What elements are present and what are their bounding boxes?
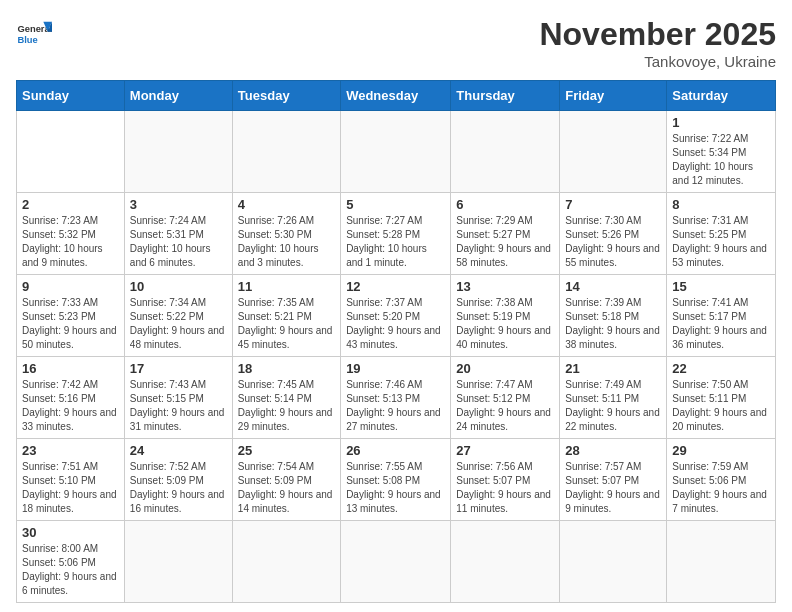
day-info: Sunrise: 7:30 AM Sunset: 5:26 PM Dayligh…	[565, 214, 661, 270]
calendar-cell: 29Sunrise: 7:59 AM Sunset: 5:06 PM Dayli…	[667, 439, 776, 521]
calendar-cell	[232, 521, 340, 603]
day-number: 27	[456, 443, 554, 458]
day-info: Sunrise: 7:56 AM Sunset: 5:07 PM Dayligh…	[456, 460, 554, 516]
day-number: 22	[672, 361, 770, 376]
calendar-cell: 2Sunrise: 7:23 AM Sunset: 5:32 PM Daylig…	[17, 193, 125, 275]
day-number: 13	[456, 279, 554, 294]
calendar-week-row: 16Sunrise: 7:42 AM Sunset: 5:16 PM Dayli…	[17, 357, 776, 439]
day-info: Sunrise: 7:54 AM Sunset: 5:09 PM Dayligh…	[238, 460, 335, 516]
day-number: 21	[565, 361, 661, 376]
month-title: November 2025	[539, 16, 776, 53]
title-area: November 2025 Tankovoye, Ukraine	[539, 16, 776, 70]
day-number: 16	[22, 361, 119, 376]
calendar-cell: 1Sunrise: 7:22 AM Sunset: 5:34 PM Daylig…	[667, 111, 776, 193]
day-number: 29	[672, 443, 770, 458]
day-info: Sunrise: 7:39 AM Sunset: 5:18 PM Dayligh…	[565, 296, 661, 352]
calendar-cell: 8Sunrise: 7:31 AM Sunset: 5:25 PM Daylig…	[667, 193, 776, 275]
calendar-header-row: SundayMondayTuesdayWednesdayThursdayFrid…	[17, 81, 776, 111]
day-info: Sunrise: 7:29 AM Sunset: 5:27 PM Dayligh…	[456, 214, 554, 270]
calendar-cell: 10Sunrise: 7:34 AM Sunset: 5:22 PM Dayli…	[124, 275, 232, 357]
calendar-cell	[451, 111, 560, 193]
day-number: 23	[22, 443, 119, 458]
calendar-week-row: 1Sunrise: 7:22 AM Sunset: 5:34 PM Daylig…	[17, 111, 776, 193]
day-number: 14	[565, 279, 661, 294]
day-info: Sunrise: 7:23 AM Sunset: 5:32 PM Dayligh…	[22, 214, 119, 270]
day-info: Sunrise: 7:26 AM Sunset: 5:30 PM Dayligh…	[238, 214, 335, 270]
calendar-cell: 3Sunrise: 7:24 AM Sunset: 5:31 PM Daylig…	[124, 193, 232, 275]
day-info: Sunrise: 7:59 AM Sunset: 5:06 PM Dayligh…	[672, 460, 770, 516]
day-info: Sunrise: 7:42 AM Sunset: 5:16 PM Dayligh…	[22, 378, 119, 434]
day-info: Sunrise: 7:34 AM Sunset: 5:22 PM Dayligh…	[130, 296, 227, 352]
day-number: 10	[130, 279, 227, 294]
calendar-cell: 17Sunrise: 7:43 AM Sunset: 5:15 PM Dayli…	[124, 357, 232, 439]
day-number: 24	[130, 443, 227, 458]
calendar-cell: 18Sunrise: 7:45 AM Sunset: 5:14 PM Dayli…	[232, 357, 340, 439]
day-info: Sunrise: 7:22 AM Sunset: 5:34 PM Dayligh…	[672, 132, 770, 188]
day-number: 9	[22, 279, 119, 294]
calendar-cell: 23Sunrise: 7:51 AM Sunset: 5:10 PM Dayli…	[17, 439, 125, 521]
calendar-cell: 14Sunrise: 7:39 AM Sunset: 5:18 PM Dayli…	[560, 275, 667, 357]
calendar-cell: 20Sunrise: 7:47 AM Sunset: 5:12 PM Dayli…	[451, 357, 560, 439]
day-info: Sunrise: 7:37 AM Sunset: 5:20 PM Dayligh…	[346, 296, 445, 352]
day-info: Sunrise: 7:31 AM Sunset: 5:25 PM Dayligh…	[672, 214, 770, 270]
calendar-cell	[667, 521, 776, 603]
day-number: 26	[346, 443, 445, 458]
day-number: 17	[130, 361, 227, 376]
calendar-cell: 15Sunrise: 7:41 AM Sunset: 5:17 PM Dayli…	[667, 275, 776, 357]
day-number: 2	[22, 197, 119, 212]
calendar-cell: 12Sunrise: 7:37 AM Sunset: 5:20 PM Dayli…	[341, 275, 451, 357]
calendar-cell: 4Sunrise: 7:26 AM Sunset: 5:30 PM Daylig…	[232, 193, 340, 275]
day-number: 5	[346, 197, 445, 212]
calendar-cell: 21Sunrise: 7:49 AM Sunset: 5:11 PM Dayli…	[560, 357, 667, 439]
day-info: Sunrise: 7:38 AM Sunset: 5:19 PM Dayligh…	[456, 296, 554, 352]
day-number: 28	[565, 443, 661, 458]
column-header-tuesday: Tuesday	[232, 81, 340, 111]
calendar-cell: 27Sunrise: 7:56 AM Sunset: 5:07 PM Dayli…	[451, 439, 560, 521]
day-info: Sunrise: 7:51 AM Sunset: 5:10 PM Dayligh…	[22, 460, 119, 516]
day-number: 7	[565, 197, 661, 212]
day-number: 18	[238, 361, 335, 376]
calendar-cell	[124, 521, 232, 603]
calendar-cell	[341, 521, 451, 603]
column-header-sunday: Sunday	[17, 81, 125, 111]
calendar-week-row: 23Sunrise: 7:51 AM Sunset: 5:10 PM Dayli…	[17, 439, 776, 521]
day-info: Sunrise: 7:41 AM Sunset: 5:17 PM Dayligh…	[672, 296, 770, 352]
calendar-cell: 16Sunrise: 7:42 AM Sunset: 5:16 PM Dayli…	[17, 357, 125, 439]
calendar-cell: 6Sunrise: 7:29 AM Sunset: 5:27 PM Daylig…	[451, 193, 560, 275]
calendar-cell: 25Sunrise: 7:54 AM Sunset: 5:09 PM Dayli…	[232, 439, 340, 521]
day-number: 11	[238, 279, 335, 294]
day-info: Sunrise: 7:57 AM Sunset: 5:07 PM Dayligh…	[565, 460, 661, 516]
day-info: Sunrise: 7:47 AM Sunset: 5:12 PM Dayligh…	[456, 378, 554, 434]
day-number: 30	[22, 525, 119, 540]
calendar-cell	[17, 111, 125, 193]
calendar-cell: 24Sunrise: 7:52 AM Sunset: 5:09 PM Dayli…	[124, 439, 232, 521]
calendar-cell: 9Sunrise: 7:33 AM Sunset: 5:23 PM Daylig…	[17, 275, 125, 357]
day-info: Sunrise: 8:00 AM Sunset: 5:06 PM Dayligh…	[22, 542, 119, 598]
logo: General Blue	[16, 16, 52, 52]
day-info: Sunrise: 7:35 AM Sunset: 5:21 PM Dayligh…	[238, 296, 335, 352]
logo-icon: General Blue	[16, 16, 52, 52]
day-number: 25	[238, 443, 335, 458]
column-header-monday: Monday	[124, 81, 232, 111]
column-header-saturday: Saturday	[667, 81, 776, 111]
day-number: 1	[672, 115, 770, 130]
day-number: 6	[456, 197, 554, 212]
calendar-cell	[560, 521, 667, 603]
day-info: Sunrise: 7:46 AM Sunset: 5:13 PM Dayligh…	[346, 378, 445, 434]
day-number: 20	[456, 361, 554, 376]
day-info: Sunrise: 7:55 AM Sunset: 5:08 PM Dayligh…	[346, 460, 445, 516]
day-info: Sunrise: 7:49 AM Sunset: 5:11 PM Dayligh…	[565, 378, 661, 434]
column-header-friday: Friday	[560, 81, 667, 111]
day-info: Sunrise: 7:24 AM Sunset: 5:31 PM Dayligh…	[130, 214, 227, 270]
calendar-cell: 30Sunrise: 8:00 AM Sunset: 5:06 PM Dayli…	[17, 521, 125, 603]
calendar-cell	[232, 111, 340, 193]
calendar-cell: 22Sunrise: 7:50 AM Sunset: 5:11 PM Dayli…	[667, 357, 776, 439]
calendar-cell: 28Sunrise: 7:57 AM Sunset: 5:07 PM Dayli…	[560, 439, 667, 521]
svg-text:Blue: Blue	[17, 35, 37, 45]
calendar-week-row: 9Sunrise: 7:33 AM Sunset: 5:23 PM Daylig…	[17, 275, 776, 357]
column-header-wednesday: Wednesday	[341, 81, 451, 111]
day-number: 19	[346, 361, 445, 376]
location: Tankovoye, Ukraine	[539, 53, 776, 70]
calendar-cell	[560, 111, 667, 193]
day-number: 15	[672, 279, 770, 294]
